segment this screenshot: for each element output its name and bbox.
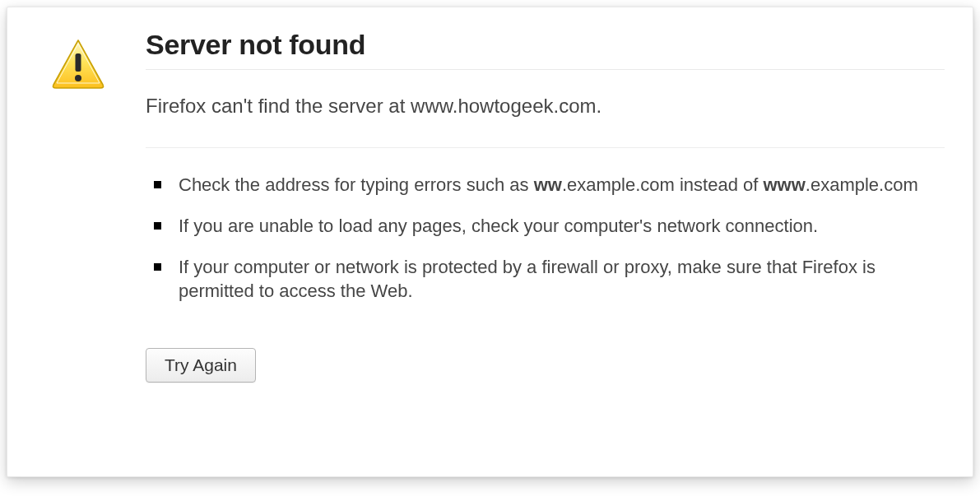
typo-bad: ww xyxy=(534,174,562,195)
subtitle-suffix: . xyxy=(597,95,602,117)
hint-text: .example.com instead of xyxy=(562,174,764,195)
hint-text: .example.com xyxy=(806,174,918,195)
error-title: Server not found xyxy=(146,29,945,61)
error-card: Server not found Firefox can't find the … xyxy=(7,7,973,477)
hint-list: Check the address for typing errors such… xyxy=(146,173,945,304)
warning-icon xyxy=(49,83,108,97)
svg-rect-0 xyxy=(76,53,81,72)
hint-text: If your computer or network is protected… xyxy=(179,257,875,302)
icon-column xyxy=(49,29,108,452)
hint-text: Check the address for typing errors such… xyxy=(179,174,534,195)
hint-text: If you are unable to load any pages, che… xyxy=(179,216,818,236)
error-subtitle: Firefox can't find the server at www.how… xyxy=(146,93,945,119)
list-item: If you are unable to load any pages, che… xyxy=(154,214,945,239)
error-content: Server not found Firefox can't find the … xyxy=(146,29,950,452)
svg-point-1 xyxy=(75,75,81,81)
subtitle-prefix: Firefox can't find the server at xyxy=(146,95,411,117)
subtitle-host: www.howtogeek.com xyxy=(411,95,596,117)
list-item: If your computer or network is protected… xyxy=(154,255,945,304)
divider xyxy=(146,69,945,70)
divider xyxy=(146,147,945,148)
try-again-button[interactable]: Try Again xyxy=(146,348,256,383)
typo-good: www xyxy=(763,174,805,195)
list-item: Check the address for typing errors such… xyxy=(154,173,945,197)
